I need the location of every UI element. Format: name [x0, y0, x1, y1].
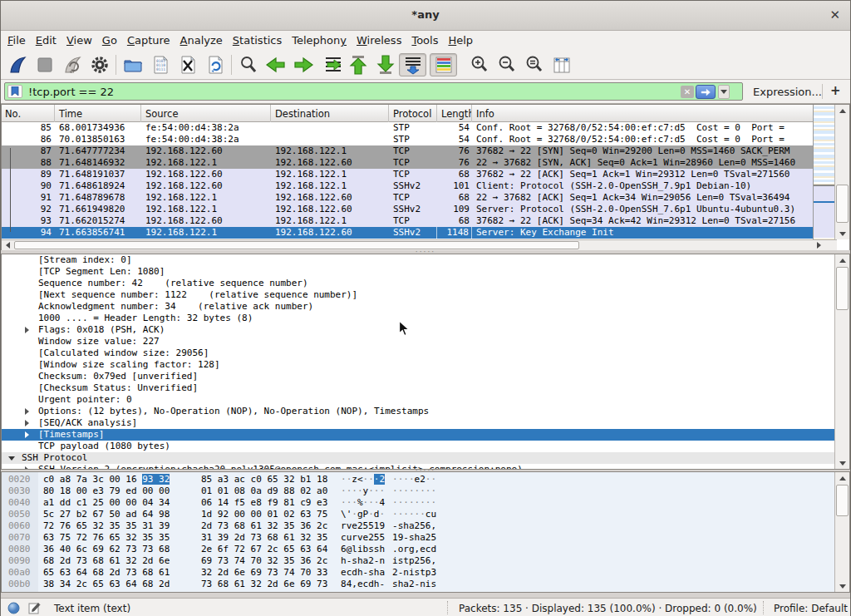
column-header-protocol[interactable]: Protocol [389, 105, 437, 122]
hex-row-0030[interactable]: 003080 18 00 e3 79 ed 00 0001 01 08 0a d… [2, 485, 834, 497]
cell-time: 71.648146932 [55, 157, 141, 169]
detail-row[interactable]: TCP payload (1080 bytes) [2, 441, 834, 452]
detail-row[interactable]: 1000 .... = Header Length: 32 bytes (8) [2, 313, 834, 324]
menu-capture[interactable]: Capture [122, 32, 175, 49]
title-bar[interactable]: *any ✕ [1, 1, 850, 31]
detail-row[interactable]: [SEQ/ACK analysis] [2, 417, 834, 429]
filter-input[interactable]: !tcp.port == 22 ✕ [4, 82, 743, 101]
find-packet-button[interactable] [234, 53, 262, 76]
hex-row-00b0[interactable]: 00b038 34 2c 65 63 64 68 2d73 68 61 32 2… [2, 579, 834, 590]
close-button[interactable]: ✕ [829, 7, 840, 22]
column-header-length[interactable]: Length [437, 105, 472, 122]
detail-row[interactable]: Options: (12 bytes), No-Operation (NOP),… [2, 406, 834, 417]
detail-row[interactable]: Urgent pointer: 0 [2, 394, 834, 406]
expander-collapsed-icon[interactable] [25, 431, 29, 438]
start-capture-button[interactable] [3, 53, 31, 76]
detail-row[interactable]: Window size value: 227 [2, 336, 834, 347]
hex-row-0040[interactable]: 0040a1 dd c1 25 00 00 04 3406 14 f5 e8 f… [2, 497, 834, 509]
packet-list-vscrollbar[interactable] [834, 105, 849, 239]
packet-row-93[interactable]: 9371.662015274192.168.122.60192.168.122.… [2, 215, 814, 227]
bookmark-icon[interactable] [7, 85, 22, 98]
go-to-packet-button[interactable] [317, 53, 344, 76]
reload-file-button[interactable] [201, 53, 229, 76]
expert-info-icon[interactable] [7, 602, 20, 616]
detail-row[interactable]: [TCP Segment Len: 1080] [2, 266, 834, 278]
hex-row-0090[interactable]: 009068 2d 73 68 61 32 2d 6e69 73 74 70 3… [2, 555, 834, 567]
detail-row[interactable]: [Stream index: 0] [2, 254, 834, 266]
hex-row-0080[interactable]: 008036 40 6c 69 62 73 73 682e 6f 72 67 2… [2, 544, 834, 555]
go-previous-button[interactable] [262, 53, 289, 76]
column-header-no[interactable]: No. [2, 105, 55, 122]
menu-analyze[interactable]: Analyze [175, 32, 228, 49]
filter-apply-button[interactable] [696, 85, 716, 99]
column-header-time[interactable]: Time [55, 105, 141, 122]
hex-row-0070[interactable]: 007063 75 72 76 65 32 35 3531 39 2d 73 6… [2, 532, 834, 544]
packet-row-89[interactable]: 8971.648191037192.168.122.60192.168.122.… [2, 169, 814, 180]
hex-row-0060[interactable]: 006072 76 65 32 35 35 31 392d 73 68 61 3… [2, 520, 834, 532]
zoom-original-button[interactable] [520, 53, 548, 76]
column-header-info[interactable]: Info [472, 105, 814, 122]
menu-edit[interactable]: Edit [31, 32, 61, 49]
expression-button[interactable]: Expression... [753, 86, 822, 98]
go-last-button[interactable] [371, 53, 399, 76]
menu-help[interactable]: Help [443, 32, 478, 49]
packet-row-87[interactable]: 8771.647777234192.168.122.60192.168.122.… [2, 145, 814, 157]
filter-clear-icon[interactable]: ✕ [681, 86, 694, 98]
packet-row-88[interactable]: 8871.648146932192.168.122.1192.168.122.6… [2, 157, 814, 169]
detail-row[interactable]: [Next sequence number: 1122 (relative se… [2, 289, 834, 301]
column-header-destination[interactable]: Destination [271, 105, 389, 122]
column-header-source[interactable]: Source [141, 105, 271, 122]
filter-history-dropdown[interactable] [718, 85, 730, 99]
save-file-button[interactable]: 010101100111 [146, 53, 174, 76]
hex-vscrollbar[interactable] [834, 472, 849, 592]
packet-minimap[interactable] [813, 105, 834, 239]
cell-time: 71.647777234 [55, 145, 141, 157]
expander-collapsed-icon[interactable] [25, 408, 29, 415]
colorize-button[interactable] [430, 53, 457, 76]
detail-row[interactable]: SSH Protocol [2, 452, 834, 464]
detail-row[interactable]: [Checksum Status: Unverified] [2, 382, 834, 394]
capture-comment-icon[interactable] [28, 602, 41, 616]
cell-source: 192.168.122.1 [141, 192, 271, 204]
menu-telephony[interactable]: Telephony [287, 32, 352, 49]
menu-file[interactable]: File [2, 32, 31, 49]
open-file-button[interactable] [119, 53, 146, 76]
close-file-button[interactable] [174, 53, 201, 76]
detail-row[interactable]: [Calculated window size: 29056] [2, 347, 834, 359]
add-filter-button[interactable]: + [830, 83, 841, 98]
packet-list-header[interactable]: No.TimeSourceDestinationProtocolLengthIn… [2, 105, 814, 122]
go-next-button[interactable] [289, 53, 317, 76]
packet-row-92[interactable]: 9271.661949820192.168.122.1192.168.122.6… [2, 204, 814, 215]
go-first-button[interactable] [344, 53, 371, 76]
details-vscrollbar[interactable] [834, 254, 849, 469]
hex-row-00a0[interactable]: 00a065 63 64 68 2d 73 68 6132 2d 6e 69 7… [2, 567, 834, 579]
menu-go[interactable]: Go [97, 32, 122, 49]
detail-row[interactable]: Checksum: 0x79ed [unverified] [2, 371, 834, 382]
menu-tools[interactable]: Tools [406, 32, 443, 49]
menu-statistics[interactable]: Statistics [228, 32, 287, 49]
restart-capture-button[interactable] [58, 53, 86, 76]
expander-collapsed-icon[interactable] [25, 327, 29, 333]
menu-view[interactable]: View [61, 32, 97, 49]
detail-row[interactable]: [Window size scaling factor: 128] [2, 359, 834, 371]
auto-scroll-button[interactable] [399, 53, 426, 76]
capture-options-button[interactable] [86, 53, 113, 76]
detail-row[interactable]: Sequence number: 42 (relative sequence n… [2, 278, 834, 289]
packet-row-91[interactable]: 9171.648789678192.168.122.1192.168.122.6… [2, 192, 814, 204]
zoom-in-button[interactable] [465, 53, 493, 76]
expander-expanded-icon[interactable] [8, 456, 15, 461]
zoom-out-button[interactable] [493, 53, 520, 76]
packet-row-86[interactable]: 8670.013850163fe:54:00:d4:38:2aSTP54Conf… [2, 134, 814, 145]
hex-row-0020[interactable]: 0020c0 a8 7a 3c 00 16 93 3285 a3 ac c0 6… [2, 474, 834, 485]
hex-row-0050[interactable]: 00505c 27 b2 67 50 ad 64 981d 92 00 00 0… [2, 509, 834, 520]
detail-row[interactable]: Acknowledgment number: 34 (relative ack … [2, 301, 834, 313]
packet-row-90[interactable]: 9071.648618924192.168.122.60192.168.122.… [2, 180, 814, 192]
packet-row-85[interactable]: 8568.001734936fe:54:00:d4:38:2aSTP54Conf… [2, 122, 814, 134]
detail-row[interactable]: Flags: 0x018 (PSH, ACK) [2, 324, 834, 336]
stop-capture-button[interactable] [31, 53, 58, 76]
resize-columns-button[interactable] [548, 53, 575, 76]
packet-row-94[interactable]: 9471.663856741192.168.122.1192.168.122.6… [2, 227, 814, 239]
menu-wireless[interactable]: Wireless [352, 32, 406, 49]
expander-collapsed-icon[interactable] [25, 420, 29, 426]
detail-row[interactable]: [Timestamps] [2, 429, 834, 441]
